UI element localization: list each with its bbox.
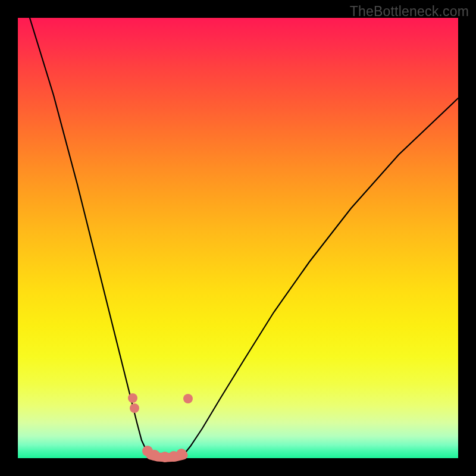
data-marker xyxy=(130,403,139,413)
data-marker xyxy=(128,393,137,403)
watermark-text: TheBottleneck.com xyxy=(350,4,469,20)
curve-left-branch xyxy=(30,18,151,455)
data-marker xyxy=(176,449,187,459)
data-marker xyxy=(149,450,160,461)
chart-svg-overlay xyxy=(18,18,458,458)
curve-right-branch xyxy=(183,98,458,455)
data-marker xyxy=(183,394,193,403)
